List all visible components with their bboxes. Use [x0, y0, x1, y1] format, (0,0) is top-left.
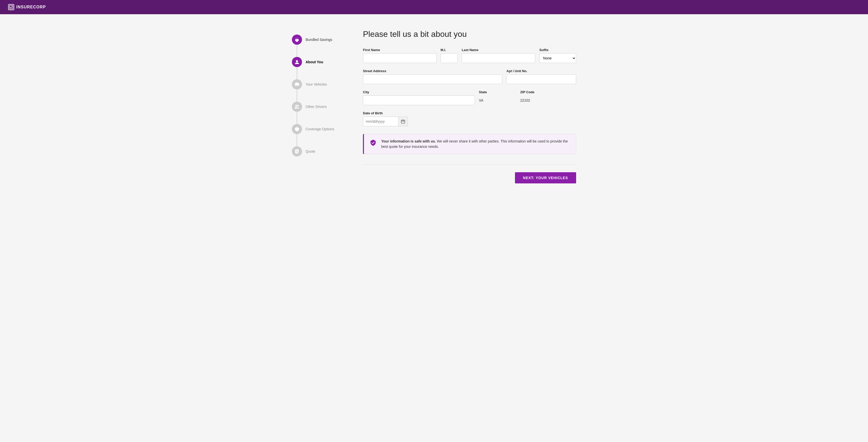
svg-point-4 [297, 41, 298, 42]
next-button-row: NEXT: YOUR VEHICLES [363, 172, 576, 183]
dob-group: Date of Birth [363, 111, 408, 126]
step-circle-your-vehicles [292, 79, 302, 89]
shield-icon [369, 139, 377, 147]
dob-row: Date of Birth [363, 111, 576, 126]
step-circle-about-you [292, 57, 302, 67]
city-label: City [363, 90, 475, 94]
apt-label: Apt / Unit No. [506, 69, 576, 73]
svg-point-9 [296, 105, 297, 107]
form-section: Please tell us a bit about you First Nam… [363, 29, 576, 183]
logo: INSURECORP [8, 4, 46, 10]
step-quote[interactable]: Quote [292, 146, 343, 156]
form-divider [363, 164, 576, 165]
address-row: Street Address Apt / Unit No. [363, 69, 576, 84]
step-your-vehicles[interactable]: Your Vehicles [292, 79, 343, 101]
logo-icon [8, 4, 14, 10]
first-name-input[interactable] [363, 53, 437, 63]
suffix-label: Suffix [539, 48, 576, 52]
mi-input[interactable] [441, 53, 458, 63]
city-state-zip-row: City State VA ZIP Code 22102 [363, 90, 576, 105]
step-about-you[interactable]: About You [292, 57, 343, 79]
dob-input-wrapper [363, 117, 408, 126]
step-label-quote: Quote [306, 149, 315, 153]
info-text: Your information is safe with us. We wil… [381, 139, 571, 149]
step-bundled-savings[interactable]: Bundled Savings [292, 34, 343, 57]
city-group: City [363, 90, 475, 105]
form-title: Please tell us a bit about you [363, 29, 576, 39]
apt-input[interactable] [506, 75, 576, 84]
step-circle-bundled-savings [292, 34, 302, 45]
first-name-label: First Name [363, 48, 437, 52]
dob-label: Date of Birth [363, 111, 408, 115]
mi-label: M.I. [441, 48, 458, 52]
svg-point-7 [295, 85, 297, 86]
step-label-your-vehicles: Your Vehicles [306, 82, 327, 86]
street-group: Street Address [363, 69, 502, 84]
zip-group: ZIP Code 22102 [520, 90, 576, 105]
svg-point-10 [297, 105, 299, 107]
zip-label: ZIP Code [520, 90, 576, 94]
zip-value: 22102 [520, 95, 576, 105]
step-circle-quote [292, 146, 302, 156]
suffix-group: Suffix None Jr. Sr. II III IV [539, 48, 576, 63]
mi-group: M.I. [441, 48, 458, 63]
apt-group: Apt / Unit No. [506, 69, 576, 84]
stepper: Bundled Savings About You [292, 29, 343, 183]
step-label-bundled-savings: Bundled Savings [306, 38, 332, 42]
svg-point-5 [296, 60, 298, 62]
street-input[interactable] [363, 75, 502, 84]
svg-point-8 [298, 85, 299, 86]
suffix-select[interactable]: None Jr. Sr. II III IV [539, 53, 576, 63]
next-button[interactable]: NEXT: YOUR VEHICLES [515, 172, 576, 183]
step-circle-other-drivers [292, 101, 302, 112]
step-label-other-drivers: Other Drivers [306, 105, 327, 109]
state-label: State [479, 90, 516, 94]
city-input[interactable] [363, 95, 475, 105]
dob-input[interactable] [363, 117, 399, 126]
dob-calendar-button[interactable] [399, 117, 408, 126]
state-value: VA [479, 95, 516, 105]
info-box: Your information is safe with us. We wil… [363, 134, 576, 154]
step-label-about-you: About You [306, 60, 323, 64]
step-coverage-options[interactable]: Coverage Options [292, 124, 343, 146]
header: INSURECORP [0, 0, 868, 14]
step-other-drivers[interactable]: Other Drivers [292, 101, 343, 124]
name-row: First Name M.I. Last Name Suffix None Jr… [363, 48, 576, 63]
first-name-group: First Name [363, 48, 437, 63]
logo-text: INSURECORP [16, 5, 46, 9]
last-name-input[interactable] [462, 53, 535, 63]
step-label-coverage-options: Coverage Options [306, 127, 334, 131]
state-group: State VA [479, 90, 516, 105]
step-circle-coverage-options [292, 124, 302, 134]
street-label: Street Address [363, 69, 502, 73]
info-bold: Your information is safe with us. [381, 139, 436, 143]
svg-rect-12 [401, 120, 405, 123]
last-name-group: Last Name [462, 48, 535, 63]
last-name-label: Last Name [462, 48, 535, 52]
